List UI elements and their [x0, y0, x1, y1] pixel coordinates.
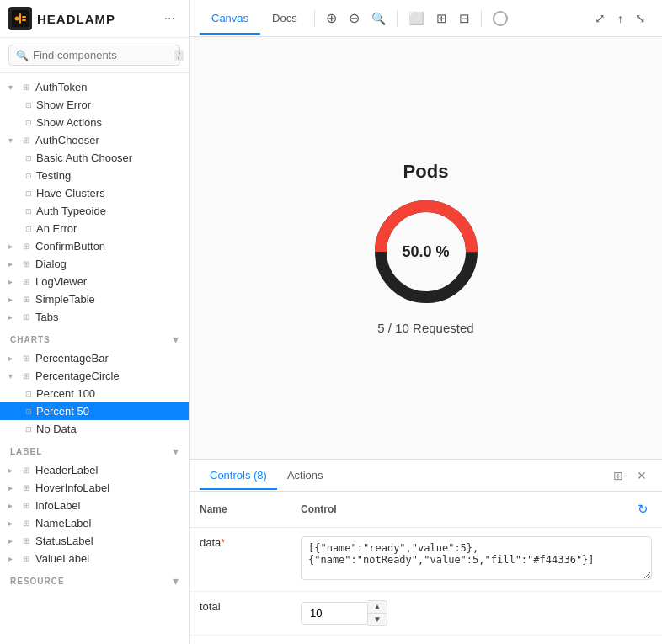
resize-button[interactable]: ⤡ [629, 6, 652, 31]
label-section-label: LABEL ▾ [0, 438, 189, 461]
col-header-control: Control ↻ [291, 492, 662, 528]
sidebar-item-basic-auth-chooser[interactable]: ⊡ Basic Auth Chooser [0, 149, 189, 167]
expand-icon: ▸ [8, 501, 19, 510]
expand-icon: ▸ [8, 554, 19, 563]
circle-icon [493, 11, 508, 26]
sidebar-item-namelabel[interactable]: ▸ ⊞ NameLabel [0, 514, 189, 532]
group-icon: ⊞ [20, 277, 32, 286]
expand-icon: ▸ [8, 259, 19, 269]
group-icon: ⊞ [20, 354, 32, 363]
child-icon: ⊡ [25, 207, 32, 216]
control-data-input[interactable]: [{"name":"ready","value":5},{"name":"not… [301, 536, 652, 580]
pods-requested: 5 / 10 Requested [377, 321, 473, 335]
image-button[interactable]: ⬜ [403, 6, 430, 31]
donut-label: 50.0 % [402, 243, 449, 261]
sidebar-item-show-error[interactable]: ⊡ Show Error [0, 96, 189, 114]
control-total-input[interactable] [301, 602, 368, 625]
sidebar-item-show-actions[interactable]: ⊡ Show Actions [0, 114, 189, 131]
search-box: 🔍 / [8, 45, 180, 66]
toolbar-divider-2 [397, 10, 398, 27]
tab-actions[interactable]: Actions [277, 462, 334, 490]
sidebar-item-statuslabel[interactable]: ▸ ⊞ StatusLabel [0, 532, 189, 550]
donut-chart: 50.0 % [367, 193, 485, 311]
child-icon: ⊡ [25, 154, 32, 162]
panel-close-icon: ✕ [637, 469, 647, 482]
controls-table: Name Control ↻ [190, 492, 662, 644]
group-icon: ⊞ [20, 371, 32, 381]
expand-icon: ▸ [8, 242, 19, 251]
expand-icon: ▸ [8, 295, 19, 304]
image-icon: ⬜ [408, 11, 424, 26]
zoom-reset-button[interactable]: 🔍 [366, 7, 392, 30]
panel-close-button[interactable]: ✕ [632, 466, 652, 486]
zoom-in-button[interactable]: ⊕ [320, 5, 343, 31]
tab-docs[interactable]: Docs [260, 3, 309, 35]
group-icon: ⊞ [20, 312, 32, 322]
sidebar-item-logviewer[interactable]: ▸ ⊞ LogViewer [0, 273, 189, 290]
charts-section-label: CHARTS ▾ [0, 326, 189, 349]
sidebar-search: 🔍 / [0, 38, 189, 73]
sidebar-item-percentagebar[interactable]: ▸ ⊞ PercentageBar [0, 349, 189, 367]
sidebar-item-an-error[interactable]: ⊡ An Error [0, 220, 189, 237]
sidebar-item-dialog[interactable]: ▸ ⊞ Dialog [0, 255, 189, 273]
sidebar-item-percent-50[interactable]: ⊡ Percent 50 [0, 402, 189, 420]
child-icon: ⊡ [25, 407, 32, 416]
sidebar-item-auth-typeoide[interactable]: ⊡ Auth Typeoide [0, 202, 189, 220]
control-name-data: data [200, 536, 221, 549]
layout-icon: ⊟ [459, 11, 470, 26]
label-collapse-button[interactable]: ▾ [173, 444, 179, 458]
sidebar-item-simpletable[interactable]: ▸ ⊞ SimpleTable [0, 290, 189, 308]
circle-button[interactable] [487, 6, 514, 31]
resource-collapse-button[interactable]: ▾ [173, 574, 179, 588]
share-button[interactable]: ↑ [611, 7, 629, 30]
logo-icon [8, 7, 32, 30]
more-icon: ··· [164, 11, 175, 25]
refresh-button[interactable]: ↻ [634, 498, 652, 520]
sidebar-item-infolabel[interactable]: ▸ ⊞ InfoLabel [0, 497, 189, 514]
sidebar: HEADLAMP ··· 🔍 / ▾ ⊞ AuthToken ⊡ Show Er… [0, 0, 190, 644]
group-icon: ⊞ [20, 295, 32, 304]
canvas-area: Pods 50.0 % 5 / 10 Requested [190, 37, 662, 459]
stepper-down-button[interactable]: ▼ [368, 614, 387, 625]
svg-point-1 [15, 17, 19, 21]
sidebar-item-tabs[interactable]: ▸ ⊞ Tabs [0, 308, 189, 326]
toolbar-divider-3 [481, 10, 482, 27]
expand-button[interactable]: ⤢ [589, 6, 611, 31]
resize-icon: ⤡ [635, 11, 646, 26]
sidebar-item-authchooser[interactable]: ▾ ⊞ AuthChooser [0, 131, 189, 149]
panel-grid-icon: ⊞ [613, 469, 623, 482]
sidebar-tree: ▾ ⊞ AuthToken ⊡ Show Error ⊡ Show Action… [0, 73, 189, 644]
share-icon: ↑ [617, 12, 623, 25]
child-icon: ⊡ [25, 390, 32, 398]
layout-button[interactable]: ⊟ [453, 6, 476, 31]
panel-grid-button[interactable]: ⊞ [608, 466, 628, 486]
grid-button[interactable]: ⊞ [430, 6, 453, 31]
sidebar-item-authtoken[interactable]: ▾ ⊞ AuthToken [0, 78, 189, 96]
tab-controls[interactable]: Controls (8) [200, 462, 277, 490]
expand-icon: ▸ [8, 466, 19, 475]
sidebar-item-hoverinfolabel[interactable]: ▸ ⊞ HoverInfoLabel [0, 479, 189, 497]
group-icon: ⊞ [20, 82, 32, 92]
stepper-up-button[interactable]: ▲ [368, 601, 387, 614]
group-icon: ⊞ [20, 501, 32, 510]
search-input[interactable] [33, 49, 174, 61]
zoom-out-button[interactable]: ⊖ [343, 5, 366, 31]
child-icon: ⊡ [25, 225, 32, 233]
sidebar-more-button[interactable]: ··· [159, 9, 180, 28]
toolbar-divider [314, 10, 315, 27]
sidebar-item-percentagecircle[interactable]: ▾ ⊞ PercentageCircle [0, 367, 189, 385]
expand-icon: ▸ [8, 312, 19, 322]
search-icon: 🔍 [16, 50, 29, 61]
sidebar-item-headerlabel[interactable]: ▸ ⊞ HeaderLabel [0, 461, 189, 479]
tab-canvas[interactable]: Canvas [200, 3, 260, 35]
sidebar-item-confirmbutton[interactable]: ▸ ⊞ ConfirmButton [0, 237, 189, 255]
sidebar-item-have-clusters[interactable]: ⊡ Have Clusters [0, 184, 189, 202]
sidebar-item-valuelabel[interactable]: ▸ ⊞ ValueLabel [0, 550, 189, 567]
child-icon: ⊡ [25, 425, 32, 434]
sidebar-item-percent-100[interactable]: ⊡ Percent 100 [0, 385, 189, 402]
sidebar-item-testing[interactable]: ⊡ Testing [0, 167, 189, 184]
charts-collapse-button[interactable]: ▾ [173, 333, 179, 346]
sidebar-item-no-data[interactable]: ⊡ No Data [0, 420, 189, 438]
col-header-name: Name [190, 492, 291, 528]
expand-icon: ▸ [8, 483, 19, 492]
